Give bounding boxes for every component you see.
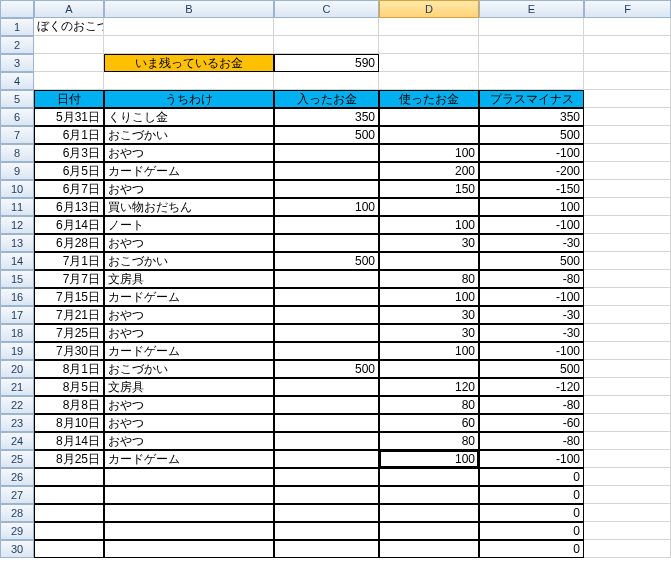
- cell[interactable]: [584, 468, 671, 486]
- data-pm[interactable]: 0: [479, 486, 584, 504]
- cell[interactable]: [584, 540, 671, 558]
- cell[interactable]: [584, 342, 671, 360]
- cell[interactable]: [34, 54, 104, 72]
- data-out[interactable]: 200: [379, 162, 479, 180]
- row-header-18[interactable]: 18: [0, 324, 34, 342]
- data-date[interactable]: 8月8日: [34, 396, 104, 414]
- cell[interactable]: [379, 54, 479, 72]
- row-header-4[interactable]: 4: [0, 72, 34, 90]
- data-desc[interactable]: おやつ: [104, 324, 274, 342]
- table-header-date[interactable]: 日付: [34, 90, 104, 108]
- row-header-10[interactable]: 10: [0, 180, 34, 198]
- data-pm[interactable]: 350: [479, 108, 584, 126]
- data-pm[interactable]: 0: [479, 504, 584, 522]
- cell[interactable]: [104, 18, 274, 36]
- title-cell[interactable]: ぼくのおこづかい帳: [34, 18, 104, 36]
- data-in[interactable]: 500: [274, 126, 379, 144]
- cell[interactable]: [584, 522, 671, 540]
- data-pm[interactable]: -150: [479, 180, 584, 198]
- data-date[interactable]: 8月14日: [34, 432, 104, 450]
- data-in[interactable]: [274, 342, 379, 360]
- data-out[interactable]: 100: [379, 216, 479, 234]
- data-in[interactable]: [274, 486, 379, 504]
- cell[interactable]: [479, 36, 584, 54]
- data-desc[interactable]: くりこし金: [104, 108, 274, 126]
- data-pm[interactable]: -100: [479, 288, 584, 306]
- data-pm[interactable]: -80: [479, 396, 584, 414]
- cell[interactable]: [584, 378, 671, 396]
- col-header-A[interactable]: A: [34, 0, 104, 18]
- data-date[interactable]: 8月5日: [34, 378, 104, 396]
- cell[interactable]: [584, 90, 671, 108]
- data-date[interactable]: [34, 540, 104, 558]
- row-header-22[interactable]: 22: [0, 396, 34, 414]
- cell[interactable]: [584, 306, 671, 324]
- data-in[interactable]: [274, 414, 379, 432]
- data-out[interactable]: 100: [379, 144, 479, 162]
- cell[interactable]: [379, 36, 479, 54]
- data-out[interactable]: 100: [379, 288, 479, 306]
- data-in[interactable]: [274, 540, 379, 558]
- data-date[interactable]: 5月31日: [34, 108, 104, 126]
- data-out[interactable]: 80: [379, 270, 479, 288]
- data-pm[interactable]: 500: [479, 126, 584, 144]
- data-date[interactable]: [34, 486, 104, 504]
- cell[interactable]: [584, 288, 671, 306]
- cell[interactable]: [584, 126, 671, 144]
- row-header-15[interactable]: 15: [0, 270, 34, 288]
- table-header-out[interactable]: 使ったお金: [379, 90, 479, 108]
- row-header-19[interactable]: 19: [0, 342, 34, 360]
- cell[interactable]: [584, 396, 671, 414]
- data-pm[interactable]: 500: [479, 252, 584, 270]
- data-in[interactable]: [274, 468, 379, 486]
- data-pm[interactable]: -100: [479, 216, 584, 234]
- cell[interactable]: [479, 54, 584, 72]
- data-in[interactable]: [274, 162, 379, 180]
- data-desc[interactable]: カードゲーム: [104, 342, 274, 360]
- row-header-24[interactable]: 24: [0, 432, 34, 450]
- col-header-F[interactable]: F: [584, 0, 671, 18]
- data-date[interactable]: 7月7日: [34, 270, 104, 288]
- data-in[interactable]: [274, 450, 379, 468]
- data-in[interactable]: 500: [274, 360, 379, 378]
- balance-label[interactable]: いま残っているお金: [104, 54, 274, 72]
- data-pm[interactable]: 0: [479, 468, 584, 486]
- data-in[interactable]: [274, 396, 379, 414]
- balance-value[interactable]: 590: [274, 54, 379, 72]
- data-out[interactable]: [379, 468, 479, 486]
- data-pm[interactable]: -200: [479, 162, 584, 180]
- data-out[interactable]: [379, 198, 479, 216]
- row-header-11[interactable]: 11: [0, 198, 34, 216]
- row-header-9[interactable]: 9: [0, 162, 34, 180]
- row-header-16[interactable]: 16: [0, 288, 34, 306]
- data-desc[interactable]: おやつ: [104, 414, 274, 432]
- data-out[interactable]: 100: [379, 450, 479, 468]
- data-in[interactable]: [274, 378, 379, 396]
- data-in[interactable]: [274, 180, 379, 198]
- cell[interactable]: [584, 216, 671, 234]
- data-pm[interactable]: -60: [479, 414, 584, 432]
- data-date[interactable]: 6月13日: [34, 198, 104, 216]
- cell[interactable]: [584, 198, 671, 216]
- table-header-pm[interactable]: プラスマイナス: [479, 90, 584, 108]
- data-pm[interactable]: 100: [479, 198, 584, 216]
- row-header-13[interactable]: 13: [0, 234, 34, 252]
- data-desc[interactable]: おこづかい: [104, 252, 274, 270]
- data-out[interactable]: [379, 540, 479, 558]
- data-desc[interactable]: おやつ: [104, 144, 274, 162]
- table-header-desc[interactable]: うちわけ: [104, 90, 274, 108]
- data-in[interactable]: [274, 288, 379, 306]
- cell[interactable]: [584, 108, 671, 126]
- cell[interactable]: [584, 234, 671, 252]
- row-header-6[interactable]: 6: [0, 108, 34, 126]
- data-desc[interactable]: おこづかい: [104, 126, 274, 144]
- data-out[interactable]: 150: [379, 180, 479, 198]
- data-pm[interactable]: -100: [479, 450, 584, 468]
- data-desc[interactable]: [104, 504, 274, 522]
- data-pm[interactable]: -30: [479, 306, 584, 324]
- data-out[interactable]: [379, 504, 479, 522]
- data-in[interactable]: [274, 324, 379, 342]
- data-desc[interactable]: おやつ: [104, 306, 274, 324]
- data-date[interactable]: 6月3日: [34, 144, 104, 162]
- data-in[interactable]: 100: [274, 198, 379, 216]
